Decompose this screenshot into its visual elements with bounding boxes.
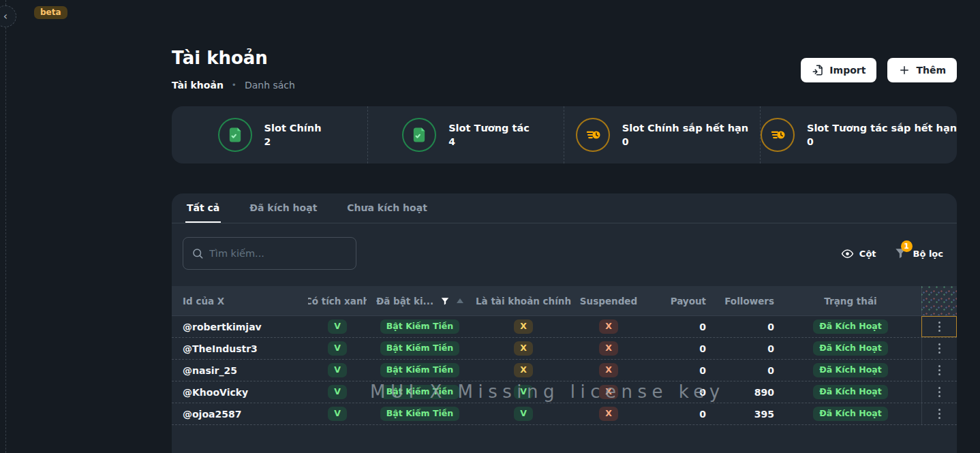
monetize-badge: Bật Kiếm Tiền — [380, 341, 459, 356]
row-actions-cell[interactable] — [921, 360, 957, 381]
status-badge: Đã Kích Hoạt — [813, 385, 887, 400]
import-button[interactable]: Import — [801, 58, 876, 82]
cell-x-id: @TheIndustr3 — [172, 338, 308, 359]
main-account-badge: X — [514, 363, 533, 378]
row-actions-cell[interactable] — [921, 316, 957, 337]
monetize-badge: Bật Kiếm Tiền — [380, 407, 459, 422]
cell-x-id: @ojoa2587 — [172, 403, 308, 424]
stat-card-slot-chinh-expiring: Slot Chính sắp hết hạn 0 — [564, 106, 760, 163]
row-menu-kebab-icon[interactable] — [934, 319, 945, 335]
stat-value: 0 — [807, 136, 957, 147]
cell-followers: 0 — [711, 360, 780, 381]
main-account-badge: V — [514, 407, 533, 422]
column-header-x-id[interactable]: Id của X — [172, 286, 308, 315]
status-badge: Đã Kích Hoạt — [813, 341, 887, 356]
column-header-verified[interactable]: Có tích xanh — [308, 286, 367, 315]
column-header-followers[interactable]: Followers — [711, 286, 780, 315]
filter-button[interactable]: 1 Bộ lọc — [894, 247, 943, 260]
stat-value: 4 — [448, 136, 530, 147]
row-menu-kebab-icon[interactable] — [934, 384, 945, 401]
stat-card-slot-tuong-tac-expiring: Slot Tương tác sắp hết hạn 0 — [760, 106, 957, 163]
document-check-icon — [218, 118, 252, 152]
stat-label: Slot Chính — [264, 123, 322, 134]
search-input[interactable] — [209, 248, 348, 259]
tab-all[interactable]: Tất cả — [185, 202, 221, 223]
monetize-badge: Bật Kiếm Tiền — [380, 319, 459, 334]
suspended-badge: X — [599, 341, 618, 356]
accounts-panel: Tất cả Đã kích hoạt Chưa kích hoạt — [172, 193, 957, 453]
eye-icon — [841, 247, 854, 260]
search-box[interactable] — [183, 237, 356, 270]
stat-label: Slot Chính sắp hết hạn — [622, 123, 748, 134]
cell-x-id: @KhooVicky — [172, 381, 308, 403]
status-badge: Đã Kích Hoạt — [813, 407, 887, 422]
main-account-badge: V — [514, 385, 533, 400]
row-actions-cell[interactable] — [921, 403, 957, 424]
filter-button-label: Bộ lọc — [913, 249, 943, 259]
column-header-monetize[interactable]: Đã bật ki... — [367, 286, 473, 315]
breadcrumb: Tài khoản • Danh sách — [172, 80, 295, 91]
verified-badge: V — [328, 385, 347, 400]
cell-followers: 890 — [711, 381, 780, 403]
cell-x-id: @robertkimjav — [172, 316, 308, 337]
column-header-main-account[interactable]: Là tài khoản chính — [473, 286, 574, 315]
suspended-badge: X — [599, 319, 618, 334]
table-row[interactable]: @robertkimjav V Bật Kiếm Tiền X X 0 0 Đã… — [172, 316, 957, 338]
cell-payout: 0 — [643, 381, 711, 403]
status-badge: Đã Kích Hoạt — [813, 363, 887, 378]
columns-button-label: Cột — [859, 249, 876, 259]
chevron-left-icon: ‹ — [3, 11, 7, 22]
add-button[interactable]: Thêm — [887, 58, 957, 82]
sidebar-collapse-button[interactable]: ‹ — [0, 5, 16, 27]
cell-payout: 0 — [643, 403, 711, 424]
verified-badge: V — [328, 319, 347, 334]
column-header-suspended[interactable]: Suspended — [574, 286, 643, 315]
main-account-badge: X — [514, 319, 533, 334]
tabs: Tất cả Đã kích hoạt Chưa kích hoạt — [172, 193, 957, 223]
table-header-row: Id của X Có tích xanh Đã bật ki... Là tà… — [172, 286, 957, 316]
stat-label: Slot Tương tác — [448, 123, 530, 134]
column-filter-icon[interactable] — [440, 296, 450, 306]
row-actions-cell[interactable] — [921, 381, 957, 403]
row-menu-kebab-icon[interactable] — [934, 362, 945, 379]
toolbar-right: Cột 1 Bộ lọc — [841, 237, 943, 270]
document-check-icon — [402, 118, 436, 152]
main-account-badge: X — [514, 341, 533, 356]
table-row[interactable]: @TheIndustr3 V Bật Kiếm Tiền X X 0 0 Đã … — [172, 338, 957, 360]
column-header-payout[interactable]: Payout — [643, 286, 711, 315]
column-header-status[interactable]: Trạng thái — [780, 286, 921, 315]
add-button-label: Thêm — [916, 65, 946, 76]
cell-followers: 395 — [711, 403, 780, 424]
table-row[interactable]: @KhooVicky V Bật Kiếm Tiền V X 0 890 Đã … — [172, 381, 957, 403]
filter-count-badge: 1 — [901, 240, 913, 252]
stat-label: Slot Tương tác sắp hết hạn — [807, 123, 957, 134]
beta-badge: beta — [34, 6, 67, 19]
table-row[interactable]: @nasir_25 V Bật Kiếm Tiền X X 0 0 Đã Kíc… — [172, 360, 957, 381]
column-header-actions — [921, 286, 957, 315]
stat-card-slot-tuong-tac: Slot Tương tác 4 — [367, 106, 564, 163]
monetize-badge: Bật Kiếm Tiền — [380, 385, 459, 400]
sort-asc-icon[interactable] — [457, 298, 463, 303]
suspended-badge: X — [599, 363, 618, 378]
tab-activated[interactable]: Đã kích hoạt — [248, 202, 318, 223]
row-actions-cell[interactable] — [921, 338, 957, 359]
import-button-label: Import — [829, 65, 866, 76]
breadcrumb-separator: • — [232, 80, 236, 90]
row-menu-kebab-icon[interactable] — [934, 406, 945, 422]
stat-value: 2 — [264, 136, 322, 147]
breadcrumb-current: Danh sách — [245, 80, 295, 91]
plus-icon — [898, 64, 910, 76]
monetize-badge: Bật Kiếm Tiền — [380, 363, 459, 378]
table-row[interactable]: @ojoa2587 V Bật Kiếm Tiền V X 0 395 Đã K… — [172, 403, 957, 425]
cell-payout: 0 — [643, 360, 711, 381]
cell-x-id: @nasir_25 — [172, 360, 308, 381]
columns-button[interactable]: Cột — [841, 247, 876, 260]
tab-not-activated[interactable]: Chưa kích hoạt — [346, 202, 429, 223]
cell-followers: 0 — [711, 338, 780, 359]
clock-expiring-icon — [761, 118, 795, 152]
main-content: Tài khoản Tài khoản • Danh sách Import T… — [172, 0, 957, 453]
status-badge: Đã Kích Hoạt — [813, 319, 887, 334]
breadcrumb-root[interactable]: Tài khoản — [172, 80, 224, 91]
row-menu-kebab-icon[interactable] — [934, 341, 945, 357]
stats-panel: Slot Chính 2 Slot Tương tác 4 — [172, 106, 957, 163]
